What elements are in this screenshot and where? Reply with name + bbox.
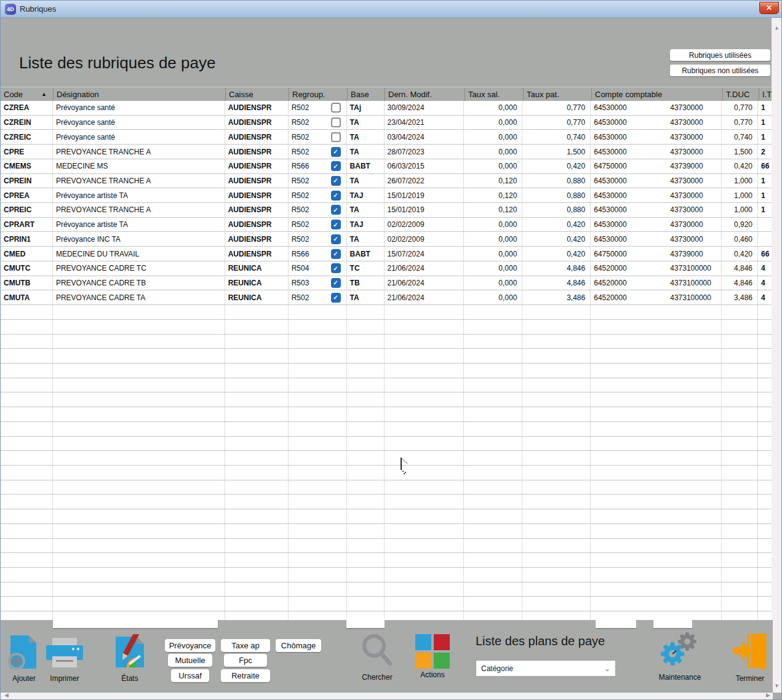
empty-row[interactable] — [1, 495, 772, 509]
empty-row[interactable] — [1, 364, 772, 378]
chomage-button[interactable]: Chômage — [276, 639, 321, 652]
empty-row[interactable] — [1, 437, 772, 451]
regroup-checkbox[interactable]: ✓ — [331, 249, 341, 259]
empty-row[interactable] — [1, 407, 772, 422]
table-row[interactable]: CZREICPrévoyance santéAUDIENSPRR502TA03/… — [1, 130, 772, 145]
table-row[interactable]: CPREICPREVOYANCE TRANCHE AAUDIENSPRR502✓… — [1, 203, 772, 218]
cell-code — [1, 480, 53, 495]
regroup-checkbox[interactable] — [331, 103, 341, 113]
compte-filter-input[interactable] — [596, 618, 636, 628]
prevoyance-button[interactable]: Prévoyance — [165, 639, 215, 652]
ajouter-button[interactable]: Ajouter — [7, 634, 41, 683]
close-button[interactable]: ✕ — [759, 2, 779, 14]
table-row[interactable]: CZREINPrévoyance santéAUDIENSPRR502TA23/… — [1, 116, 772, 130]
table-row[interactable]: CZREAPrévoyance santéAUDIENSPRR502TAj30/… — [1, 101, 772, 116]
column-header-compte[interactable]: Compte comptable — [591, 87, 722, 101]
empty-row[interactable] — [1, 349, 772, 364]
empty-row[interactable] — [1, 583, 772, 597]
designation-filter-input[interactable] — [53, 618, 218, 628]
regroup-checkbox[interactable]: ✓ — [331, 234, 341, 244]
cell-regroup: R566✓ — [289, 159, 347, 173]
regroup-checkbox[interactable]: ✓ — [331, 278, 341, 288]
gears-icon — [659, 629, 701, 671]
empty-row[interactable] — [1, 509, 772, 524]
etats-button[interactable]: États — [113, 634, 147, 683]
empty-row[interactable] — [1, 568, 772, 583]
regroup-checkbox[interactable]: ✓ — [331, 176, 341, 186]
compte-credit: 43730000 — [670, 235, 703, 244]
scroll-up-icon[interactable]: ▲ — [774, 25, 780, 31]
empty-row[interactable] — [1, 480, 772, 495]
table-row[interactable]: CPRARTPrévoyance artiste TAAUDIENSPRR502… — [1, 218, 772, 233]
tduc-filter-input[interactable] — [653, 618, 692, 628]
regroup-checkbox[interactable] — [331, 117, 341, 127]
regroup-checkbox[interactable]: ✓ — [331, 147, 341, 157]
retraite-button[interactable]: Retraite — [221, 669, 270, 682]
empty-row[interactable] — [1, 597, 772, 611]
categorie-dropdown[interactable]: Catégorie ⌄ — [476, 660, 616, 677]
actions-button[interactable]: Actions — [415, 634, 450, 679]
imprimer-button[interactable]: Imprimer — [45, 638, 84, 683]
regroup-checkbox[interactable]: ✓ — [331, 161, 341, 171]
chercher-button[interactable]: Chercher — [359, 633, 396, 682]
table-row[interactable]: CPREAPrévoyance artiste TAAUDIENSPRR502✓… — [1, 188, 772, 203]
scroll-right-icon[interactable]: ▶ — [766, 693, 770, 698]
vertical-scrollbar[interactable]: ▲ ▼ — [772, 18, 781, 693]
rubriques-non-utilisees-button[interactable]: Rubriques non utilisées — [670, 65, 770, 76]
base-filter-input[interactable] — [346, 618, 385, 628]
cell-it — [758, 320, 772, 334]
cell-caisse — [225, 364, 289, 378]
mutuelle-button[interactable]: Mutuelle — [168, 654, 212, 667]
urssaf-button[interactable]: Urssaf — [171, 669, 209, 682]
empty-row[interactable] — [1, 305, 772, 320]
regroup-checkbox[interactable]: ✓ — [331, 263, 341, 273]
cell-caisse: AUDIENSPR — [225, 188, 289, 202]
empty-row[interactable] — [1, 378, 772, 393]
fpc-button[interactable]: Fpc — [224, 654, 267, 667]
table-row[interactable]: CMUTBPREVOYANCE CADRE TBREUNICAR503✓TB21… — [1, 276, 772, 291]
regroup-checkbox[interactable]: ✓ — [331, 205, 341, 215]
terminer-button[interactable]: Terminer — [732, 633, 768, 683]
column-header-dern_modif[interactable]: Dern. Modif. — [385, 87, 465, 101]
empty-row[interactable] — [1, 466, 772, 480]
table-row[interactable]: CPRIN1Prévoyance INC TAAUDIENSPRR502✓TA0… — [1, 232, 772, 247]
column-header-taux_pat[interactable]: Taux pat. — [523, 87, 591, 101]
column-header-base[interactable]: Base — [347, 87, 385, 101]
column-header-taux_sal[interactable]: Taux sal. — [465, 87, 523, 101]
empty-row[interactable] — [1, 320, 772, 335]
maintenance-button[interactable]: Maintenance — [658, 629, 702, 682]
cell-designation — [53, 553, 225, 567]
rubriques-utilisees-button[interactable]: Rubriques utilisées — [670, 49, 770, 61]
column-header-code[interactable]: Code▲ — [1, 87, 53, 101]
empty-row[interactable] — [1, 553, 772, 568]
column-header-designation[interactable]: Désignation — [53, 87, 225, 101]
empty-row[interactable] — [1, 422, 772, 437]
title-bar[interactable]: 4D Rubriques ✕ — [1, 1, 781, 18]
empty-row[interactable] — [1, 335, 772, 349]
table-row[interactable]: CPREPREVOYANCE TRANCHE AAUDIENSPRR502✓TA… — [1, 145, 772, 159]
cell-dern_modif: 23/04/2021 — [385, 116, 465, 130]
cell-tduc: 1,000 — [722, 188, 758, 202]
cell-tduc — [722, 305, 758, 319]
table-row[interactable]: CMUTCPREVOYANCE CADRE TCREUNICAR504✓TC21… — [1, 261, 772, 276]
cell-caisse — [225, 597, 289, 611]
empty-row[interactable] — [1, 392, 772, 407]
column-header-it[interactable]: I.T. — [759, 87, 773, 101]
column-header-regroup[interactable]: Regroup. — [289, 87, 347, 101]
table-row[interactable]: CMEMSMEDECINE MSAUDIENSPRR566✓BABT06/03/… — [1, 159, 772, 174]
taxe-ap-button[interactable]: Taxe ap — [221, 639, 270, 652]
empty-row[interactable] — [1, 524, 772, 539]
table-row[interactable]: CPREINPREVOYANCE TRANCHE AAUDIENSPRR502✓… — [1, 174, 772, 189]
scroll-down-icon[interactable]: ▼ — [774, 683, 780, 689]
column-header-caisse[interactable]: Caisse — [225, 87, 289, 101]
regroup-checkbox[interactable] — [331, 132, 341, 142]
empty-row[interactable] — [1, 539, 772, 554]
table-row[interactable]: CMEDMEDECINE DU TRAVAILAUDIENSPRR566✓BAB… — [1, 247, 772, 261]
empty-row[interactable] — [1, 451, 772, 466]
regroup-checkbox[interactable]: ✓ — [331, 220, 341, 229]
column-header-tduc[interactable]: T.DUC — [722, 87, 759, 101]
scroll-left-icon[interactable]: ◀ — [4, 693, 9, 698]
regroup-checkbox[interactable]: ✓ — [331, 191, 341, 201]
table-row[interactable]: CMUTAPREVOYANCE CADRE TAREUNICAR502✓TA21… — [1, 290, 772, 305]
regroup-checkbox[interactable]: ✓ — [331, 293, 341, 303]
